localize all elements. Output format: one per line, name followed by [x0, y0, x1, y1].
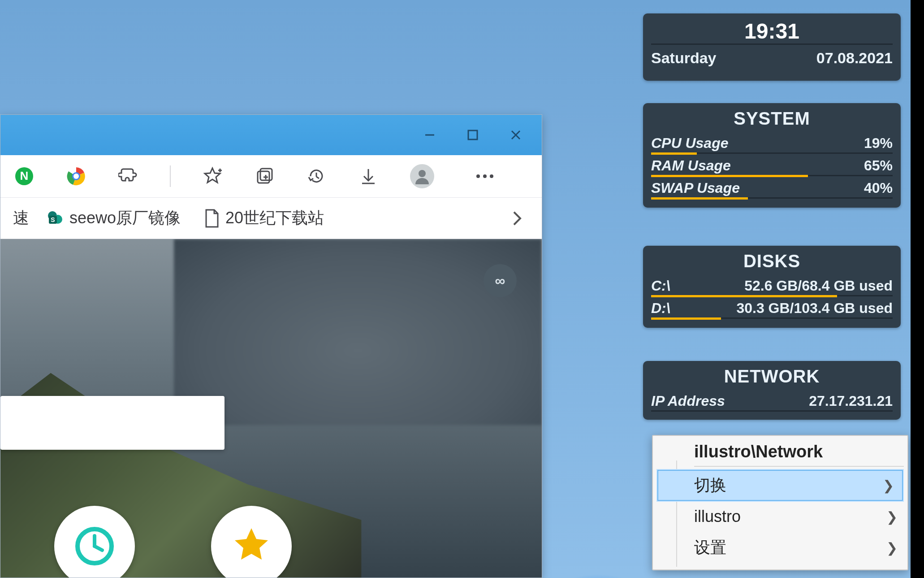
menu-item-settings[interactable]: 设置 ❯ — [653, 531, 907, 564]
swap-label: SWAP Usage — [651, 180, 740, 196]
menu-item-switch[interactable]: 切换 ❯ — [656, 469, 904, 502]
sharepoint-icon: S — [46, 209, 64, 227]
bookmark-item-download[interactable]: 20世纪下载站 — [198, 207, 330, 229]
bookmark-label: 20世纪下载站 — [225, 207, 324, 229]
favorites-icon[interactable] — [202, 166, 223, 187]
svg-line-16 — [316, 177, 319, 178]
maximize-button[interactable] — [465, 127, 481, 143]
menu-item-label: 设置 — [694, 537, 726, 559]
file-icon — [204, 209, 220, 228]
cpu-label: CPU Usage — [651, 135, 729, 152]
clock-date: 07.08.2021 — [816, 49, 893, 67]
menu-divider — [694, 466, 904, 467]
menu-item-illustro[interactable]: illustro ❯ — [653, 502, 907, 531]
bookmark-label: seewo原厂镜像 — [69, 207, 181, 229]
minimize-button[interactable] — [422, 127, 438, 143]
svg-point-21 — [483, 174, 487, 178]
disk-c-label: C:\ — [651, 278, 670, 294]
svg-point-19 — [419, 170, 426, 177]
disks-title: DISKS — [651, 251, 893, 271]
extension-n-icon[interactable]: N — [14, 166, 35, 187]
collections-icon[interactable] — [254, 166, 275, 187]
bookmark-item-seewo[interactable]: S seewo原厂镜像 — [40, 207, 187, 229]
clock-day: Saturday — [651, 49, 717, 67]
skin-context-menu[interactable]: illustro\Network 切换 ❯ illustro ❯ 设置 ❯ — [652, 435, 908, 570]
submenu-chevron-icon: ❯ — [886, 509, 898, 525]
context-menu-title: illustro\Network — [653, 439, 907, 466]
swap-bar — [651, 197, 748, 200]
disk-d-bar — [651, 317, 721, 320]
ram-label: RAM Usage — [651, 157, 731, 174]
right-black-stripe — [911, 0, 924, 578]
profile-avatar[interactable] — [410, 164, 434, 188]
chevron-right-icon — [512, 210, 522, 226]
toolbar-separator — [170, 165, 171, 187]
infinity-button[interactable]: ∞ — [484, 264, 517, 297]
disk-d-label: D:\ — [651, 300, 670, 317]
minimize-icon — [423, 129, 436, 141]
ip-value: 27.17.231.21 — [809, 393, 893, 409]
svg-point-20 — [476, 174, 480, 178]
chrome-icon[interactable] — [66, 166, 86, 187]
disk-d-value: 30.3 GB/103.4 GB used — [736, 300, 893, 317]
svg-rect-1 — [468, 130, 477, 139]
svg-point-8 — [73, 174, 79, 179]
bookmarks-overflow[interactable] — [505, 210, 529, 226]
menu-item-label: 切换 — [694, 474, 726, 496]
svg-point-22 — [490, 174, 493, 178]
history-icon[interactable] — [306, 166, 327, 187]
more-button[interactable] — [475, 166, 495, 187]
network-widget[interactable]: NETWORK IP Address 27.17.231.21 — [643, 361, 901, 420]
ellipsis-icon — [475, 173, 495, 179]
bookmark-item-partial[interactable]: 速 — [13, 207, 29, 229]
bookmarks-bar: 速 S seewo原厂镜像 20世纪下载站 — [0, 198, 542, 239]
star-icon — [229, 524, 274, 569]
ip-label: IP Address — [651, 393, 725, 409]
system-widget[interactable]: SYSTEM CPU Usage 19% RAM Usage 65% SWAP … — [643, 103, 901, 208]
browser-window: N — [0, 114, 542, 578]
menu-item-label: illustro — [694, 507, 741, 526]
disks-widget[interactable]: DISKS C:\ 52.6 GB/68.4 GB used D:\ 30.3 … — [643, 246, 901, 328]
ram-value: 65% — [864, 157, 893, 174]
network-title: NETWORK — [651, 366, 893, 387]
downloads-icon[interactable] — [358, 166, 379, 187]
infinity-icon: ∞ — [495, 273, 505, 289]
maximize-icon — [467, 129, 479, 141]
wallpaper-sky — [174, 239, 542, 425]
clock-widget[interactable]: 19:31 Saturday 07.08.2021 — [643, 13, 901, 81]
browser-toolbar: N — [0, 155, 542, 198]
browser-content[interactable]: ∞ — [0, 239, 542, 578]
close-button[interactable] — [508, 127, 524, 143]
extensions-icon[interactable] — [118, 166, 138, 187]
browser-titlebar[interactable] — [0, 115, 542, 155]
clock-time: 19:31 — [651, 19, 893, 43]
search-box[interactable] — [0, 396, 225, 450]
svg-line-29 — [95, 546, 102, 550]
system-title: SYSTEM — [651, 109, 893, 129]
disk-c-value: 52.6 GB/68.4 GB used — [744, 278, 893, 294]
svg-text:N: N — [20, 169, 29, 183]
person-icon — [413, 167, 431, 185]
swap-value: 40% — [864, 180, 893, 196]
svg-text:S: S — [51, 216, 55, 223]
submenu-chevron-icon: ❯ — [883, 478, 894, 493]
submenu-chevron-icon: ❯ — [886, 540, 898, 556]
close-icon — [509, 129, 522, 141]
cpu-value: 19% — [864, 135, 893, 152]
clock-icon — [74, 526, 115, 566]
